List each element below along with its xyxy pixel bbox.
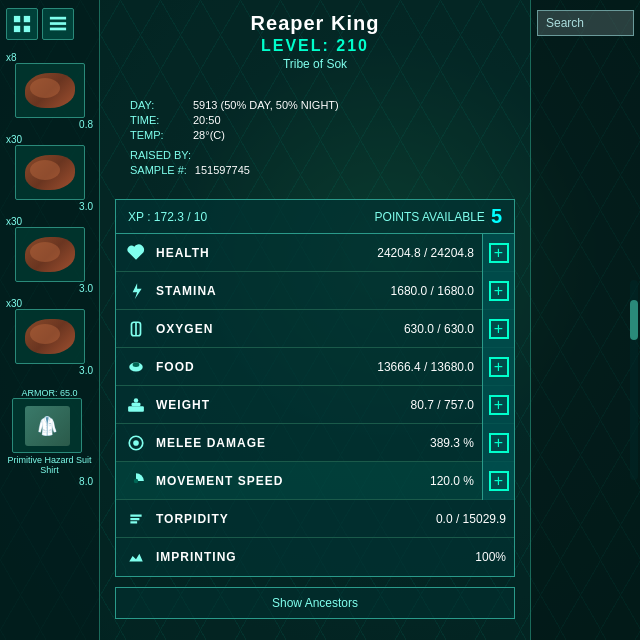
weight-icon [116,386,156,424]
info-row-temp: TEMP: 28°(C) [130,129,500,141]
item-count: x30 [6,134,22,145]
melee-name: MELEE DAMAGE [156,436,430,450]
svg-rect-0 [14,16,20,22]
stat-row-stamina: STAMINA1680.0 / 1680.0+ [116,272,514,310]
sample-value: 151597745 [195,164,250,176]
scroll-thumb [630,300,638,340]
stat-row-health: HEALTH24204.8 / 24204.8+ [116,234,514,272]
item-box[interactable] [15,145,85,200]
oxygen-plus-button[interactable]: + [482,310,514,348]
item-box[interactable] [15,63,85,118]
armor-section: ARMOR: 65.0 🥼 Primitive Hazard Suit Shir… [0,380,99,491]
svg-rect-2 [14,26,20,32]
list-item: x30 3.0 [6,134,93,212]
main-panel: Reaper King LEVEL: 210 Tribe of Sok DAY:… [100,0,530,640]
info-row-time: TIME: 20:50 [130,114,500,126]
info-section: DAY: 5913 (50% DAY, 50% NIGHT) TIME: 20:… [100,89,530,189]
svg-marker-7 [133,283,142,299]
svg-rect-12 [128,406,144,412]
melee-plus-button[interactable]: + [482,424,514,462]
show-ancestors-button[interactable]: Show Ancestors [115,587,515,619]
stamina-plus-button[interactable]: + [482,272,514,310]
food-value: 13666.4 / 13680.0 [377,360,482,374]
health-name: HEALTH [156,246,377,260]
day-label: DAY: [130,99,185,111]
svg-rect-4 [50,17,66,20]
raised-section: RAISED BY: SAMPLE #: 151597745 [130,149,500,176]
food-name: FOOD [156,360,377,374]
points-available: POINTS AVAILABLE 5 [375,205,502,228]
weight-value: 80.7 / 757.0 [411,398,482,412]
stamina-icon [116,272,156,310]
svg-rect-5 [50,22,66,25]
svg-rect-1 [24,16,30,22]
movement-name: MOVEMENT SPEED [156,474,430,488]
item-icon [25,73,75,108]
xp-bar: XP : 172.3 / 10 POINTS AVAILABLE 5 [116,200,514,234]
stamina-name: STAMINA [156,284,391,298]
item-count: x8 [6,52,17,63]
item-box[interactable] [15,227,85,282]
points-label: POINTS AVAILABLE [375,210,485,224]
imprinting-name: IMPRINTING [156,550,475,564]
item-icon [25,155,75,190]
melee-icon [116,424,156,462]
points-number: 5 [491,205,502,228]
movement-plus-button[interactable]: + [482,462,514,500]
health-value: 24204.8 / 24204.8 [377,246,482,260]
xp-label: XP : 172.3 / 10 [128,210,207,224]
torpidity-icon [116,500,156,538]
movement-value: 120.0 % [430,474,482,488]
oxygen-icon [116,310,156,348]
list-item: x8 0.8 [6,52,93,130]
food-plus-button[interactable]: + [482,348,514,386]
raised-label: RAISED BY: [130,149,191,161]
dino-tribe: Tribe of Sok [100,57,530,71]
stat-row-imprinting: IMPRINTING100% [116,538,514,576]
torpidity-value: 0.0 / 15029.9 [436,512,514,526]
stats-container: HEALTH24204.8 / 24204.8+STAMINA1680.0 / … [116,234,514,576]
oxygen-value: 630.0 / 630.0 [404,322,482,336]
stamina-value: 1680.0 / 1680.0 [391,284,482,298]
info-row-raised: RAISED BY: [130,149,500,161]
tab-grid[interactable] [6,8,38,40]
item-box[interactable] [15,309,85,364]
day-value: 5913 (50% DAY, 50% NIGHT) [193,99,339,111]
stat-row-melee: MELEE DAMAGE389.3 %+ [116,424,514,462]
dino-name: Reaper King [100,12,530,35]
stat-row-torpidity: TORPIDITY0.0 / 15029.9 [116,500,514,538]
weight-plus-button[interactable]: + [482,386,514,424]
list-item: x30 3.0 [6,216,93,294]
svg-point-11 [133,362,140,367]
food-icon [116,348,156,386]
stat-row-weight: WEIGHT80.7 / 757.0+ [116,386,514,424]
stat-row-oxygen: OXYGEN630.0 / 630.0+ [116,310,514,348]
scroll-track[interactable] [630,280,638,480]
sample-label: SAMPLE #: [130,164,187,176]
movement-icon [116,462,156,500]
health-icon [116,234,156,272]
stat-row-movement: MOVEMENT SPEED120.0 %+ [116,462,514,500]
armor-item[interactable]: 🥼 [12,398,82,453]
imprinting-icon [116,538,156,576]
dino-level: LEVEL: 210 [100,37,530,55]
melee-value: 389.3 % [430,436,482,450]
armor-label: ARMOR: 65.0 [6,388,93,398]
svg-rect-6 [50,28,66,31]
svg-point-17 [134,478,139,483]
time-label: TIME: [130,114,185,126]
temp-value: 28°(C) [193,129,225,141]
torpidity-name: TORPIDITY [156,512,436,526]
armor-name: Primitive Hazard Suit Shirt [6,455,93,475]
search-input[interactable]: Search [537,10,634,36]
svg-rect-13 [132,402,141,405]
health-plus-button[interactable]: + [482,234,514,272]
temp-label: TEMP: [130,129,185,141]
info-row-day: DAY: 5913 (50% DAY, 50% NIGHT) [130,99,500,111]
item-icon [25,237,75,272]
weight-name: WEIGHT [156,398,411,412]
list-item: x30 3.0 [6,298,93,376]
tab-list[interactable] [42,8,74,40]
item-icon [25,319,75,354]
sidebar: x8 0.8 x30 3.0 x30 3.0 x30 3.0 ARMOR: 65… [0,0,100,640]
